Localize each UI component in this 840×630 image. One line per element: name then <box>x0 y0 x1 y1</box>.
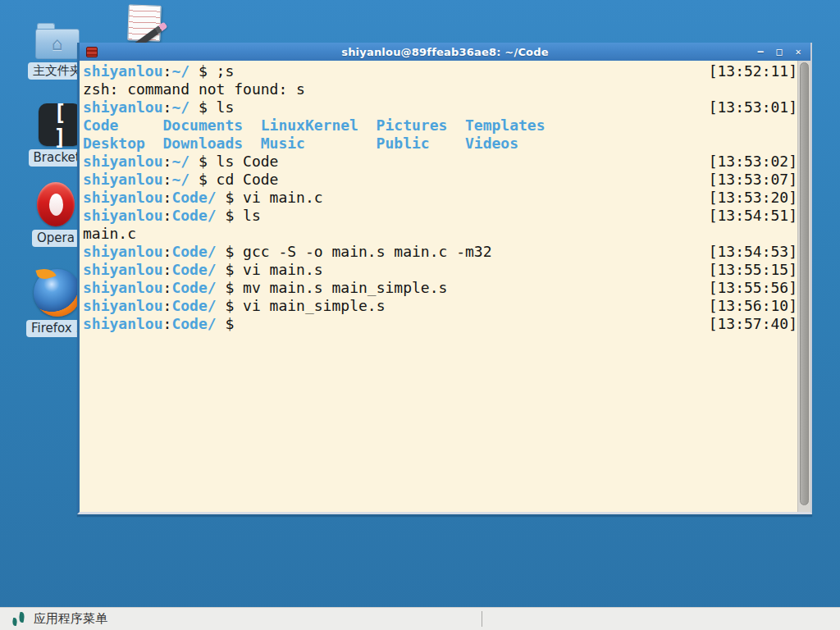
terminal-timestamp: [13:53:07] <box>709 171 797 189</box>
scrollbar-thumb[interactable] <box>800 62 809 505</box>
applications-menu-label: 应用程序菜单 <box>34 611 107 627</box>
terminal-line-text: Code Documents LinuxKernel Pictures Temp… <box>83 116 546 135</box>
terminal-timestamp: [13:57:40] <box>709 315 797 333</box>
desktop-icon-text-editor[interactable] <box>120 5 169 41</box>
terminal-line: shiyanlou:Code/ $ vi main_simple.s[13:56… <box>83 297 797 315</box>
opera-icon-center <box>49 194 63 216</box>
terminal-line-text: shiyanlou:Code/ $ gcc -S -o main.s main.… <box>83 243 492 261</box>
terminal-body: shiyanlou:~/ $ ;s[13:52:11]zsh: command … <box>80 61 810 512</box>
terminal-timestamp: [13:54:53] <box>709 243 797 261</box>
terminal-line: Code Documents LinuxKernel Pictures Temp… <box>83 116 797 135</box>
terminal-line: shiyanlou:~/ $ ls[13:53:01] <box>83 98 797 116</box>
terminal-line-text: shiyanlou:~/ $ ls <box>83 98 234 116</box>
folder-body: ⌂ <box>35 29 80 59</box>
terminal-line: shiyanlou:~/ $ ls Code[13:53:02] <box>83 153 797 171</box>
terminal-timestamp: [13:55:56] <box>709 279 797 297</box>
menu-leaf-left <box>11 618 18 626</box>
brackets-icon: [ ] <box>39 103 81 146</box>
applications-menu-button[interactable]: 应用程序菜单 <box>0 608 116 630</box>
terminal-line: shiyanlou:Code/ $[13:57:40] <box>83 315 797 333</box>
terminal-line: shiyanlou:Code/ $ vi main.s[13:55:15] <box>83 261 797 279</box>
home-folder-icon: ⌂ <box>35 23 80 59</box>
terminal-timestamp: [13:52:11] <box>709 62 797 80</box>
firefox-tail <box>35 265 56 281</box>
terminal-line-text: Desktop Downloads Music Public Videos <box>83 135 518 153</box>
close-button[interactable]: ✕ <box>792 46 804 57</box>
brackets-glyph: [ ] <box>45 100 81 149</box>
applications-menu-icon <box>11 612 26 627</box>
terminal-line: shiyanlou:~/ $ ;s[13:52:11] <box>83 62 797 80</box>
menu-leaf-right <box>17 612 25 623</box>
terminal-line: shiyanlou:Code/ $ ls[13:54:51] <box>83 207 797 225</box>
terminal-scrollbar[interactable] <box>797 61 810 512</box>
firefox-icon <box>34 269 81 317</box>
terminal-line: zsh: command not found: s <box>83 80 797 98</box>
terminal-line-text: shiyanlou:Code/ $ mv main.s main_simple.… <box>83 279 447 297</box>
home-icon: ⌂ <box>52 34 63 54</box>
opera-icon <box>37 182 75 226</box>
window-controls: – □ ✕ <box>755 46 804 57</box>
maximize-button[interactable]: □ <box>774 46 785 57</box>
terminal-line-text: shiyanlou:Code/ $ vi main.s <box>83 261 323 279</box>
terminal-timestamp: [13:53:01] <box>709 98 797 116</box>
terminal-line: shiyanlou:Code/ $ mv main.s main_simple.… <box>83 279 797 297</box>
terminal-line-text: shiyanlou:Code/ $ <box>83 315 234 333</box>
terminal-line: main.c <box>83 225 797 243</box>
terminal-output[interactable]: shiyanlou:~/ $ ;s[13:52:11]zsh: command … <box>80 61 797 512</box>
terminal-line-text: main.c <box>83 225 136 243</box>
terminal-line-text: shiyanlou:Code/ $ ls <box>83 207 261 225</box>
terminal-line: shiyanlou:~/ $ cd Code[13:53:07] <box>83 171 797 189</box>
terminal-timestamp: [13:55:15] <box>709 261 797 279</box>
terminal-timestamp: [13:53:02] <box>709 153 797 171</box>
terminal-line-text: shiyanlou:~/ $ ls Code <box>83 153 278 171</box>
text-editor-icon <box>127 4 162 41</box>
terminal-line-text: shiyanlou:Code/ $ vi main_simple.s <box>83 297 385 315</box>
terminal-line: shiyanlou:Code/ $ vi main.c[13:53:20] <box>83 189 797 207</box>
terminal-line: Desktop Downloads Music Public Videos <box>83 135 797 153</box>
terminal-timestamp: [13:53:20] <box>709 189 797 207</box>
taskbar: 应用程序菜单 <box>0 607 840 630</box>
terminal-line-text: shiyanlou:Code/ $ vi main.c <box>83 189 323 207</box>
terminal-line-text: shiyanlou:~/ $ cd Code <box>83 171 278 189</box>
taskbar-divider <box>482 611 482 627</box>
minimize-button[interactable]: – <box>755 46 766 57</box>
terminal-timestamp: [13:54:51] <box>709 207 797 225</box>
window-titlebar[interactable]: shiyanlou@89ffeab36ae8: ~/Code – □ ✕ <box>80 43 810 61</box>
terminal-timestamp: [13:56:10] <box>709 297 797 315</box>
terminal-app-icon <box>86 47 98 57</box>
window-title: shiyanlou@89ffeab36ae8: ~/Code <box>80 46 810 58</box>
opera-label: Opera <box>32 230 80 247</box>
terminal-window: shiyanlou@89ffeab36ae8: ~/Code – □ ✕ shi… <box>77 43 812 514</box>
terminal-line: shiyanlou:Code/ $ gcc -S -o main.s main.… <box>83 243 797 261</box>
terminal-line-text: shiyanlou:~/ $ ;s <box>83 62 234 80</box>
terminal-line-text: zsh: command not found: s <box>83 80 305 98</box>
